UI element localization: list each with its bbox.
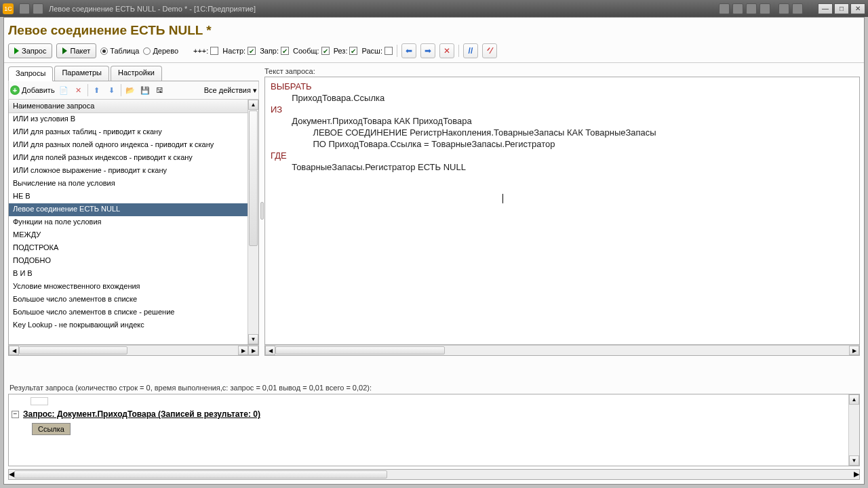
result-vscrollbar[interactable]: ▲ ▼ [848,394,859,466]
query-text-pane: Текст запроса: ВЫБРАТЬ ПриходТовара.Ссыл… [264,66,860,356]
query-checkbox[interactable]: Запр:✔ [260,47,289,55]
list-item[interactable]: ИЛИ из условия В [9,113,248,126]
list-hscrollbar[interactable]: ◀ ▶ ▶ [8,345,259,356]
queries-toolbar: +Добавить 📄 ✕ ⬆ ⬇ 📂 💾 🖫 Все действия ▾ [8,81,259,100]
save-icon[interactable]: 💾 [139,84,151,96]
page-title: Левое соединение ЕСТЬ NULL * [4,18,864,42]
saveall-icon[interactable]: 🖫 [154,84,166,96]
messages-checkbox[interactable]: Сообщ:✔ [293,47,330,55]
queries-pane: Запросы Параметры Настройки +Добавить 📄 … [8,66,259,356]
nav-back-icon[interactable] [19,3,30,14]
view-tree-radio[interactable]: Дерево [143,47,178,55]
list-item[interactable]: Левое соединение ЕСТЬ NULL [9,203,248,216]
app-icon: 1C [3,3,14,14]
result-query-label: Запрос: Документ.ПриходТовара (Записей в… [23,409,260,419]
toolbar-icon-6[interactable] [792,3,803,14]
tab-settings[interactable]: Настройки [111,66,162,81]
view-table-radio[interactable]: Таблица [100,47,139,55]
tab-queries[interactable]: Запросы [8,66,53,81]
result-expander[interactable]: − [12,411,19,418]
list-item[interactable]: ИЛИ для разных таблиц - приводит к скану [9,126,248,139]
tab-params[interactable]: Параметры [54,66,109,81]
comment-button[interactable]: // [463,43,478,58]
move-up-icon[interactable]: ⬆ [91,84,103,96]
run-query-label: Запрос [22,47,46,55]
window-titlebar: 1C Левое соединение ЕСТЬ NULL - Demo * -… [0,0,868,17]
toolbar-icon-5[interactable] [778,3,789,14]
list-item[interactable]: Key Lookup - не покрывающий индекс [9,319,248,332]
minimize-button[interactable]: — [818,3,833,14]
nav-fwd-icon[interactable] [33,3,43,14]
play-icon [14,47,19,54]
list-item[interactable]: ИЛИ для разных полей одного индекса - пр… [9,139,248,152]
copy-icon[interactable]: 📄 [58,84,70,96]
main-toolbar: Запрос Пакет Таблица Дерево +++: Настр:✔… [4,42,864,63]
result-column-header[interactable]: Ссылка [32,423,71,435]
list-item[interactable]: Большое число элементов в списке - решен… [9,306,248,319]
list-vscrollbar[interactable]: ▲ ▼ [248,100,258,344]
run-batch-label: Пакет [70,47,90,55]
ppp-checkbox[interactable]: +++: [193,47,218,55]
open-icon[interactable]: 📂 [124,84,136,96]
list-item[interactable]: Большое число элементов в списке [9,293,248,306]
run-query-button[interactable]: Запрос [8,43,52,58]
nav-next-button[interactable]: ➡ [420,43,435,58]
plus-icon: + [10,85,20,95]
vertical-splitter[interactable] [259,66,264,356]
add-button[interactable]: +Добавить [10,85,55,95]
nav-prev-button[interactable]: ⬅ [401,43,416,58]
delete-icon[interactable]: ✕ [73,84,85,96]
result-hscrollbar[interactable]: ◀ ▶ [8,469,860,480]
all-actions-dropdown[interactable]: Все действия ▾ [204,86,257,95]
list-item[interactable]: ПОДСТРОКА [9,242,248,255]
result-blank-cell [31,397,48,405]
list-item[interactable]: Условие множественного вхождения [9,281,248,293]
play-icon [62,47,67,54]
query-editor[interactable]: ВЫБРАТЬ ПриходТовара.Ссылка ИЗ Документ.… [264,77,860,345]
toolbar-icon-4[interactable] [760,3,770,14]
view-tree-label: Дерево [153,47,178,55]
query-text-label: Текст запроса: [264,66,860,77]
toolbar-icon-3[interactable] [746,3,757,14]
list-item[interactable]: НЕ В [9,190,248,203]
editor-hscrollbar[interactable]: ◀ ▶ [264,345,860,356]
window-title: Левое соединение ЕСТЬ NULL - Demo * - [1… [49,5,256,13]
view-table-label: Таблица [110,47,139,55]
list-item[interactable]: Функции на поле условия [9,216,248,229]
close-button[interactable]: ✕ [850,3,865,14]
run-batch-button[interactable]: Пакет [56,43,96,58]
list-item[interactable]: МЕЖДУ [9,229,248,242]
list-item[interactable]: В И В [9,268,248,281]
list-header: Наименование запроса [9,100,248,113]
result-checkbox[interactable]: Рез:✔ [334,47,358,55]
list-item[interactable]: Вычисление на поле условия [9,178,248,190]
move-down-icon[interactable]: ⬇ [106,84,118,96]
delete-button[interactable]: ✕ [439,43,454,58]
status-text: Результат запроса (количество строк = 0,… [4,380,377,393]
result-area: − Запрос: Документ.ПриходТовара (Записей… [8,394,860,466]
queries-list[interactable]: Наименование запроса ИЛИ из условия ВИЛИ… [9,100,248,344]
list-item[interactable]: ИЛИ для полей разных индексов - приводит… [9,152,248,165]
extended-checkbox[interactable]: Расш: [361,47,392,55]
list-item[interactable]: ПОДОБНО [9,255,248,268]
uncomment-button[interactable]: ᐟ⁄ [482,43,497,58]
settings-checkbox[interactable]: Настр:✔ [222,47,256,55]
toolbar-icon-2[interactable] [732,3,743,14]
list-item[interactable]: ИЛИ сложное выражение - приводит к скану [9,165,248,178]
maximize-button[interactable]: □ [834,3,849,14]
toolbar-icon-1[interactable] [719,3,730,14]
